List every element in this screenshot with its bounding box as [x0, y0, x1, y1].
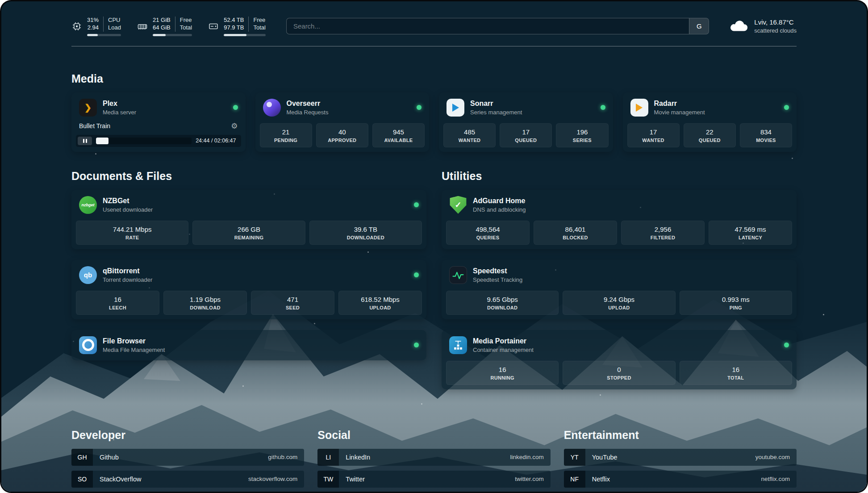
search-provider-button[interactable]: G [689, 18, 709, 34]
stat-upload: 9.24 GbpsUPLOAD [563, 291, 675, 315]
gear-icon[interactable]: ⚙ [231, 122, 238, 130]
dashboard-content: 31% 2.94 CPU Load [71, 1, 797, 492]
service-card-adguard: ✓ AdGuard Home DNS and adblocking 498,56… [442, 190, 797, 249]
service-description: Speedtest Tracking [473, 276, 522, 283]
section-title-entertainment: Entertainment [564, 429, 797, 442]
stat-download: 9.65 GbpsDOWNLOAD [446, 291, 559, 315]
service-name: Sonarr [470, 100, 522, 108]
bookmark-name: Twitter [339, 476, 365, 483]
service-description: Movie management [654, 109, 705, 116]
section-utilities: Utilities ✓ AdGuard Home DNS and adblock… [442, 170, 797, 400]
service-nzbget-link[interactable]: nzbget NZBGet Usenet downloader [76, 194, 422, 216]
service-card-speedtest: Speedtest Speedtest Tracking 9.65 GbpsDO… [442, 260, 797, 319]
stat-pending: 21PENDING [260, 123, 312, 147]
stat-leech: 16LEECH [76, 291, 159, 315]
system-metrics: 31% 2.94 CPU Load [71, 17, 266, 36]
dashboard-window: 31% 2.94 CPU Load [1, 1, 867, 492]
cpu-metric: 31% 2.94 CPU Load [71, 17, 121, 36]
bookmark-twitter[interactable]: TW Twitter twitter.com [317, 471, 550, 488]
bookmark-group-social: Social LI LinkedIn linkedin.com TW Twitt… [317, 429, 550, 492]
ram-total-label: Total [180, 24, 192, 32]
disk-icon [208, 21, 219, 32]
service-name: qBittorrent [103, 267, 152, 275]
service-plex-link[interactable]: ❯ Plex Media server [76, 97, 241, 118]
ram-metric-body: 21 GiB 64 GiB Free Total [153, 17, 192, 36]
ram-free-value: 21 GiB [153, 17, 171, 24]
disk-progress-track [224, 34, 266, 36]
section-title-developer: Developer [71, 429, 304, 442]
bookmark-stackoverflow[interactable]: SO StackOverflow stackoverflow.com [71, 471, 304, 488]
stat-upload: 618.52 MbpsUPLOAD [338, 291, 422, 315]
ram-icon [137, 21, 148, 32]
status-online-dot [417, 105, 421, 110]
service-portainer-link[interactable]: Media Portainer Container management [446, 334, 792, 356]
service-speedtest-link[interactable]: Speedtest Speedtest Tracking [446, 264, 792, 286]
bookmark-url: twitter.com [515, 476, 551, 482]
section-title-documents: Documents & Files [71, 170, 426, 183]
service-description: Series management [470, 109, 522, 116]
service-filebrowser-link[interactable]: File Browser Media File Management [76, 334, 422, 356]
pause-icon[interactable] [78, 137, 92, 145]
bookmark-url: github.com [268, 454, 304, 460]
service-description: Usenet downloader [103, 206, 153, 213]
stat-ping: 0.993 msPING [680, 291, 792, 315]
bookmark-name: YouTube [585, 454, 618, 461]
cpu-metric-body: 31% 2.94 CPU Load [87, 17, 121, 36]
top-bar: 31% 2.94 CPU Load [71, 17, 797, 36]
stat-series: 196SERIES [556, 123, 608, 147]
topbar-divider [71, 46, 797, 46]
plex-now-playing-row: Bullet Train ⚙ [76, 121, 241, 131]
stat-remaining: 266 GBREMAINING [192, 221, 305, 245]
playback-progress-track[interactable] [96, 138, 192, 144]
bookmark-abbr: GH [71, 449, 93, 466]
bookmark-abbr: LI [317, 449, 339, 466]
disk-total-value: 97.9 TB [224, 24, 244, 32]
disk-metric: 52.4 TB 97.9 TB Free Total [208, 17, 266, 36]
section-media: Media ❯ Plex Media server Bullet Train [71, 72, 797, 152]
qbittorrent-icon: qb [79, 266, 97, 284]
section-title-media: Media [71, 72, 797, 85]
stat-downloaded: 39.6 TBDOWNLOADED [309, 221, 422, 245]
service-card-radarr: Radarr Movie management 17WANTED 22QUEUE… [623, 92, 797, 152]
ram-total-value: 64 GiB [153, 24, 171, 32]
service-qbittorrent-link[interactable]: qb qBittorrent Torrent downloader [76, 264, 422, 286]
plex-playback-bar: 24:44 / 02:06:47 [76, 135, 241, 147]
stat-filtered: 2,956FILTERED [621, 221, 705, 245]
stat-seed: 471SEED [251, 291, 334, 315]
service-sonarr-link[interactable]: Sonarr Series management [443, 97, 609, 118]
weather-widget: Lviv, 16.87°C scattered clouds [730, 18, 797, 35]
stat-running: 16RUNNING [446, 361, 559, 385]
service-description: Container management [473, 347, 534, 353]
filebrowser-icon [79, 336, 97, 354]
service-card-sonarr: Sonarr Series management 485WANTED 17QUE… [439, 92, 613, 152]
ram-metric: 21 GiB 64 GiB Free Total [137, 17, 192, 36]
bookmark-netflix[interactable]: NF Netflix netflix.com [564, 471, 797, 488]
service-card-portainer: Media Portainer Container management 16R… [442, 330, 797, 389]
service-description: Media server [103, 109, 136, 116]
bookmark-youtube[interactable]: YT YouTube youtube.com [564, 449, 797, 466]
bookmark-abbr: SO [71, 471, 93, 488]
playback-progress-fill [96, 138, 108, 144]
bookmark-github[interactable]: GH Github github.com [71, 449, 304, 466]
bookmark-url: netflix.com [761, 476, 797, 482]
search-input[interactable] [287, 18, 689, 34]
speedtest-icon [449, 266, 467, 284]
bookmark-name: Github [93, 454, 119, 461]
section-documents-files: Documents & Files nzbget NZBGet Usenet d… [71, 170, 426, 400]
ram-progress-track [153, 34, 192, 36]
bookmark-linkedin[interactable]: LI LinkedIn linkedin.com [317, 449, 550, 466]
service-name: Speedtest [473, 267, 522, 275]
service-radarr-link[interactable]: Radarr Movie management [627, 97, 793, 118]
stat-blocked: 86,401BLOCKED [534, 221, 617, 245]
bookmark-abbr: NF [564, 471, 585, 488]
bookmark-url: linkedin.com [510, 454, 551, 460]
snow-particles [1, 1, 3, 3]
status-online-dot [784, 343, 789, 347]
stat-download: 1.19 GbpsDOWNLOAD [163, 291, 247, 315]
service-overseerr-link[interactable]: Overseerr Media Requests [260, 97, 425, 118]
stat-wanted: 17WANTED [627, 123, 680, 147]
service-adguard-link[interactable]: ✓ AdGuard Home DNS and adblocking [446, 194, 792, 216]
service-card-qbittorrent: qb qBittorrent Torrent downloader 16LEEC… [71, 260, 426, 319]
stat-queries: 498,564QUERIES [446, 221, 530, 245]
disk-free-value: 52.4 TB [224, 17, 244, 24]
